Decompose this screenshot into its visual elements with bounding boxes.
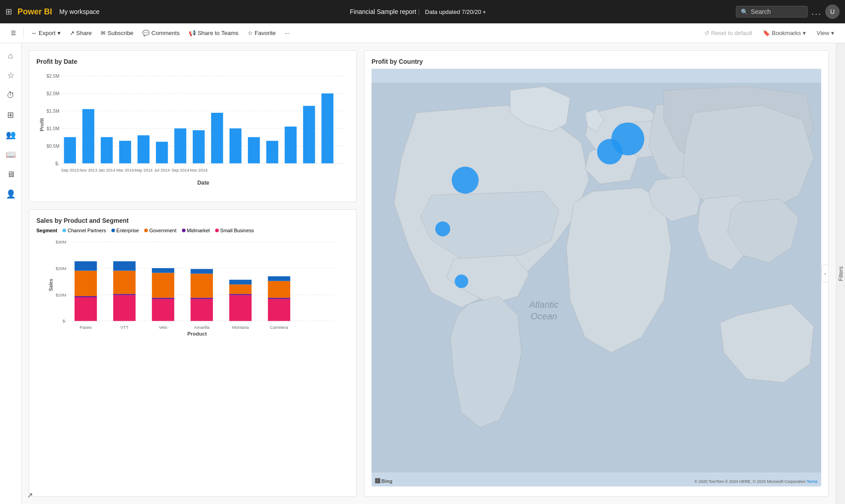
data-update-label[interactable]: Data updated 7/20/20 bbox=[425, 9, 481, 15]
sidebar-item-workspaces[interactable]: 🖥 bbox=[2, 165, 20, 183]
subscribe-button[interactable]: ✉ Subscribe bbox=[97, 27, 137, 39]
sidebar-item-learn[interactable]: 📖 bbox=[2, 146, 20, 164]
bar-velo-smallbiz[interactable] bbox=[152, 299, 174, 321]
map-bubble-mexico[interactable] bbox=[455, 274, 468, 288]
sidebar-item-apps[interactable]: ⊞ bbox=[2, 106, 20, 124]
more-button[interactable]: ··· bbox=[281, 27, 293, 39]
reset-default-button[interactable]: ↺ Reset to default bbox=[701, 27, 756, 39]
legend-small-business: Small Business bbox=[215, 228, 254, 233]
svg-text:$-: $- bbox=[55, 161, 59, 166]
bar-carretera-midmarket[interactable] bbox=[268, 298, 290, 299]
sidebar-item-shared[interactable]: 👥 bbox=[2, 126, 20, 144]
top-navigation: ⊞ Power BI My workspace Financial Sample… bbox=[0, 0, 845, 23]
bar-jan2014[interactable] bbox=[101, 137, 113, 163]
bar-vtt-gov[interactable] bbox=[113, 271, 136, 294]
bar-carretera-smallbiz[interactable] bbox=[268, 299, 290, 321]
collapse-panel-button[interactable]: ‹ bbox=[822, 265, 829, 283]
sidebar-item-home[interactable]: ⌂ bbox=[2, 47, 20, 65]
toolbar-divider-1 bbox=[23, 28, 24, 39]
bar-montana-smallbiz[interactable] bbox=[229, 295, 252, 321]
terms-link[interactable]: Terms bbox=[807, 479, 818, 484]
sidebar-item-favorites[interactable]: ☆ bbox=[2, 66, 20, 84]
bar-paseo-smallbiz[interactable] bbox=[75, 297, 97, 321]
map-container: Atlantic Ocean 🅱 Bing © 2020 T bbox=[372, 69, 821, 486]
bar-jul2014[interactable] bbox=[156, 142, 168, 164]
filters-label[interactable]: Filters bbox=[838, 266, 844, 281]
workspace-label[interactable]: My workspace bbox=[59, 8, 99, 15]
subscribe-icon: ✉ bbox=[101, 30, 106, 36]
bar-nov2013[interactable] bbox=[82, 109, 94, 164]
sidebar-item-recent[interactable]: ⏱ bbox=[2, 86, 20, 104]
bar-paseo-enterprise[interactable] bbox=[75, 261, 97, 271]
charts-left-column: Profit by Date $2.5M $2.0M $1.5M $1.0M $… bbox=[29, 50, 357, 497]
sidebar-item-profile[interactable]: 👤 bbox=[2, 185, 20, 203]
left-sidebar: ⌂ ☆ ⏱ ⊞ 👥 📖 🖥 👤 bbox=[0, 43, 22, 504]
grid-icon[interactable]: ⊞ bbox=[5, 7, 12, 17]
bar-amarilla-gov[interactable] bbox=[190, 274, 213, 298]
favorite-button[interactable]: ☆ Favorite bbox=[244, 27, 279, 39]
bar-montana-enterprise[interactable] bbox=[229, 280, 252, 285]
bar-paseo-gov[interactable] bbox=[75, 271, 97, 296]
bar-paseo-midmarket[interactable] bbox=[75, 296, 97, 297]
svg-text:Mar 2014: Mar 2014 bbox=[116, 168, 134, 172]
legend-label-channel: Channel Partners bbox=[67, 228, 106, 233]
bar-9[interactable] bbox=[211, 113, 223, 164]
bar-vtt-midmarket[interactable] bbox=[113, 294, 136, 295]
bar-vtt-smallbiz[interactable] bbox=[113, 295, 136, 321]
view-chevron-icon: ▾ bbox=[831, 30, 834, 36]
menu-button[interactable]: ☰ bbox=[7, 27, 20, 39]
bar-sep2013[interactable] bbox=[64, 137, 76, 163]
map-svg: Atlantic Ocean bbox=[372, 69, 821, 486]
legend-dot-midmarket bbox=[182, 229, 186, 232]
bar-may2014[interactable] bbox=[137, 135, 150, 163]
bar-montana-midmarket[interactable] bbox=[229, 294, 252, 295]
bar-amarilla-enterprise[interactable] bbox=[190, 269, 213, 274]
export-button[interactable]: ↔ Export ▾ bbox=[27, 27, 64, 39]
svg-text:Montana: Montana bbox=[232, 325, 249, 330]
share-teams-button[interactable]: 📢 Share to Teams bbox=[185, 27, 242, 39]
more-options-button[interactable]: ... bbox=[811, 7, 822, 17]
svg-text:Paseo: Paseo bbox=[80, 325, 92, 330]
bar-carretera-enterprise[interactable] bbox=[268, 276, 290, 281]
profit-by-country-card: Profit by Country bbox=[364, 50, 829, 497]
svg-text:$0.5M: $0.5M bbox=[47, 144, 59, 149]
svg-text:Product: Product bbox=[187, 331, 207, 336]
filters-panel[interactable]: Filters bbox=[836, 43, 845, 504]
avatar[interactable]: U bbox=[825, 4, 840, 19]
bar-nov2014-2[interactable] bbox=[322, 93, 334, 164]
copyright-text: © 2020 TomTom © 2020 HERE, © 2020 Micros… bbox=[695, 479, 805, 484]
svg-text:May 2014: May 2014 bbox=[134, 168, 152, 172]
legend-dot-enterprise bbox=[111, 229, 115, 232]
bar-nov2014-1[interactable] bbox=[303, 106, 315, 164]
svg-text:$30M: $30M bbox=[56, 239, 66, 244]
bar-carretera-gov[interactable] bbox=[268, 281, 290, 298]
bar-sep2014[interactable] bbox=[285, 127, 297, 164]
bar-amarilla-smallbiz[interactable] bbox=[190, 299, 213, 321]
legend-label-government: Government bbox=[149, 228, 177, 233]
comments-button[interactable]: 💬 Comments bbox=[139, 27, 183, 39]
bar-8[interactable] bbox=[193, 130, 205, 164]
bar-amarilla-midmarket[interactable] bbox=[190, 298, 213, 299]
bar-velo-midmarket[interactable] bbox=[152, 298, 174, 299]
bar-montana-gov[interactable] bbox=[229, 284, 252, 294]
svg-text:Sep 2013: Sep 2013 bbox=[61, 168, 79, 172]
map-bubble-canada[interactable] bbox=[452, 167, 479, 194]
bar-7[interactable] bbox=[174, 128, 186, 164]
bar-10[interactable] bbox=[230, 128, 242, 164]
map-bubble-usa[interactable] bbox=[435, 221, 450, 236]
bar-vtt-enterprise[interactable] bbox=[113, 261, 136, 271]
bar-12[interactable] bbox=[266, 141, 279, 163]
search-box[interactable]: 🔍 Search bbox=[736, 6, 808, 18]
sales-chart-svg: $30M $20M $10M $- Sales bbox=[36, 238, 349, 336]
bar-velo-gov[interactable] bbox=[152, 273, 174, 297]
bar-mar2014[interactable] bbox=[119, 141, 131, 163]
expand-button[interactable]: ↗ bbox=[27, 491, 33, 500]
svg-text:Date: Date bbox=[197, 180, 209, 186]
bar-velo-enterprise[interactable] bbox=[152, 268, 174, 273]
bar-11[interactable] bbox=[248, 137, 260, 163]
update-chevron-icon[interactable]: ▾ bbox=[483, 9, 486, 15]
map-bubble-europe2[interactable] bbox=[611, 123, 644, 155]
share-button[interactable]: ↗ Share bbox=[66, 27, 96, 39]
view-button[interactable]: View ▾ bbox=[813, 27, 838, 39]
bookmarks-button[interactable]: 🔖 Bookmarks ▾ bbox=[759, 27, 810, 39]
